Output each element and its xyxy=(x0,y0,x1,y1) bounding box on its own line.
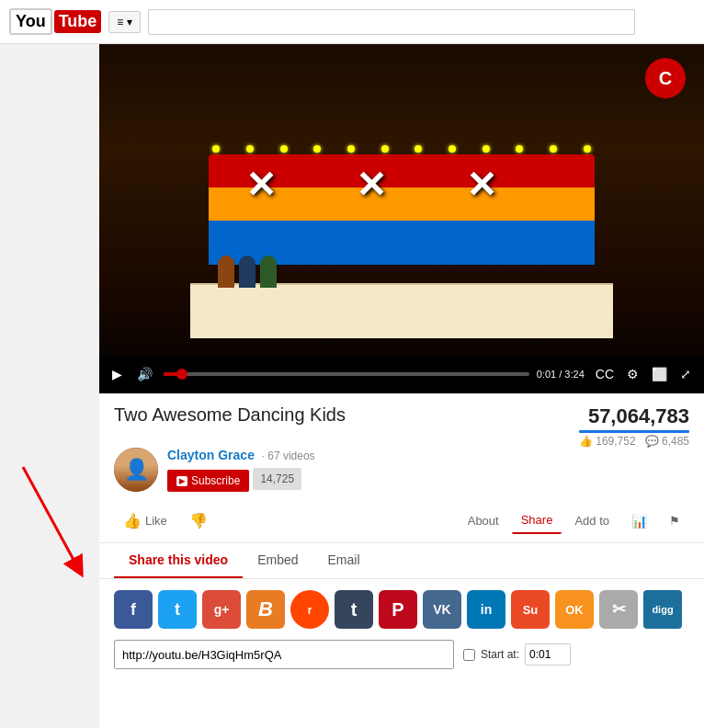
menu-button[interactable]: ≡ ▾ xyxy=(108,11,140,33)
light-dot xyxy=(381,145,389,153)
svg-line-0 xyxy=(23,467,78,568)
thumbup-icon: 👍 xyxy=(123,512,142,529)
progress-dot xyxy=(176,369,187,380)
youtube-logo[interactable]: YouTube xyxy=(9,8,101,35)
logo-tube: Tube xyxy=(54,10,102,33)
thumbdown-icon: 👎 xyxy=(189,512,208,529)
light-dot xyxy=(584,145,591,153)
flag-icon: ⚑ xyxy=(669,514,680,528)
channel-logo-overlay: C xyxy=(645,58,686,98)
stage-lights xyxy=(199,145,604,153)
share-tabs: Share this video Embed Email xyxy=(99,543,704,579)
channel-info: Clayton Grace · 67 videos ▶ Subscribe 14… xyxy=(167,448,315,492)
stage-floor xyxy=(190,283,613,338)
start-at-checkbox[interactable] xyxy=(463,649,475,661)
sub-yt-icon: ▶ xyxy=(176,476,187,486)
stage-x2: ✕ xyxy=(356,164,387,206)
light-dot xyxy=(280,145,288,153)
view-count: 57,064,783 xyxy=(579,404,689,428)
light-dot xyxy=(516,145,523,153)
action-bar: 👍 Like 👎 About Share Add to 📊 ⚑ xyxy=(99,499,704,543)
fullscreen-button[interactable]: ⤢ xyxy=(676,365,695,383)
person3 xyxy=(260,256,277,288)
url-row: Start at: xyxy=(114,640,689,669)
subscribe-button[interactable]: ▶ Subscribe xyxy=(167,470,249,492)
channel-row: 👤 Clayton Grace · 67 videos ▶ Subscribe … xyxy=(114,448,689,492)
start-at-container: Start at: xyxy=(463,643,571,665)
content-area: C xyxy=(99,44,704,728)
share-odnoklassniki[interactable]: OK xyxy=(555,590,594,629)
video-player[interactable]: C xyxy=(99,44,704,393)
light-dot xyxy=(212,145,220,153)
light-dot xyxy=(313,145,321,153)
time-display: 0:01 / 3:24 xyxy=(537,369,585,380)
progress-bar[interactable] xyxy=(164,372,529,376)
play-button[interactable]: ▶ xyxy=(108,365,126,383)
theater-button[interactable]: ⬜ xyxy=(648,365,671,383)
like-button[interactable]: 👍 Like xyxy=(114,506,176,535)
light-dot xyxy=(483,145,490,153)
tab-embed[interactable]: Embed xyxy=(243,543,312,578)
like-bar xyxy=(579,430,689,433)
light-dot xyxy=(414,145,422,153)
stats-icon: 📊 xyxy=(631,514,647,529)
tab-email[interactable]: Email xyxy=(313,543,375,578)
light-dot xyxy=(246,145,254,153)
video-info: Two Awesome Dancing Kids 57,064,783 👍 16… xyxy=(99,393,704,492)
flag-button[interactable]: ⚑ xyxy=(660,508,689,533)
share-button[interactable]: Share xyxy=(512,507,562,534)
share-mixx[interactable]: ✂ xyxy=(599,590,638,629)
channel-left: 👤 Clayton Grace · 67 videos ▶ Subscribe … xyxy=(114,448,315,492)
share-linkedin[interactable]: in xyxy=(467,590,505,629)
share-twitter[interactable]: t xyxy=(158,590,197,629)
top-navigation: YouTube ≡ ▾ xyxy=(0,0,704,44)
add-to-button[interactable]: Add to xyxy=(565,508,619,533)
light-dot xyxy=(550,145,557,153)
about-button[interactable]: About xyxy=(459,508,508,533)
sidebar xyxy=(0,44,99,728)
red-arrow xyxy=(5,458,97,586)
share-panel: f t g+ B r t P VK in Su OK ✂ digg xyxy=(99,579,704,680)
avatar-face: 👤 xyxy=(114,448,158,492)
like-dislike-count: 👍 169,752 💬 6,485 xyxy=(579,435,689,448)
start-time-input[interactable] xyxy=(525,643,571,665)
avatar[interactable]: 👤 xyxy=(114,448,158,492)
share-reddit[interactable]: r xyxy=(290,590,329,629)
stage-x3: ✕ xyxy=(466,164,497,206)
share-tumblr[interactable]: t xyxy=(335,590,373,629)
right-controls: CC ⚙ ⬜ ⤢ xyxy=(592,365,695,383)
settings-button[interactable]: ⚙ xyxy=(623,365,642,383)
share-googleplus[interactable]: g+ xyxy=(202,590,241,629)
video-count: · 67 videos xyxy=(262,449,315,462)
share-stumbleupon[interactable]: Su xyxy=(511,590,550,629)
share-blogger[interactable]: B xyxy=(246,590,285,629)
logo-you: You xyxy=(9,8,52,35)
stage-x1: ✕ xyxy=(245,164,277,206)
light-dot xyxy=(347,145,355,153)
search-input[interactable] xyxy=(148,9,635,35)
video-stage: ✕ ✕ ✕ xyxy=(209,154,595,338)
share-pinterest[interactable]: P xyxy=(379,590,417,629)
channel-name-link[interactable]: Clayton Grace xyxy=(167,448,255,462)
dislike-button[interactable]: 👎 xyxy=(180,506,217,535)
person2 xyxy=(239,256,255,288)
share-facebook[interactable]: f xyxy=(114,590,153,629)
main-container: C xyxy=(0,44,704,728)
share-digg[interactable]: digg xyxy=(643,590,682,629)
start-at-label: Start at: xyxy=(481,648,519,661)
share-vk[interactable]: VK xyxy=(423,590,461,629)
tab-share-this-video[interactable]: Share this video xyxy=(114,543,243,578)
social-icons: f t g+ B r t P VK in Su OK ✂ digg xyxy=(114,590,689,629)
subscriber-count: 14,725 xyxy=(253,468,301,490)
volume-button[interactable]: 🔊 xyxy=(133,365,156,383)
stats-button[interactable]: 📊 xyxy=(622,508,656,534)
cc-button[interactable]: CC xyxy=(592,365,618,383)
person1 xyxy=(218,256,234,288)
share-url-input[interactable] xyxy=(114,640,454,669)
video-title: Two Awesome Dancing Kids xyxy=(114,404,346,426)
svg-text:r: r xyxy=(308,604,312,617)
audience xyxy=(218,256,277,288)
player-controls: ▶ 🔊 0:01 / 3:24 CC ⚙ ⬜ ⤢ xyxy=(99,355,704,393)
video-scene: C xyxy=(99,44,704,393)
light-dot xyxy=(449,145,456,153)
